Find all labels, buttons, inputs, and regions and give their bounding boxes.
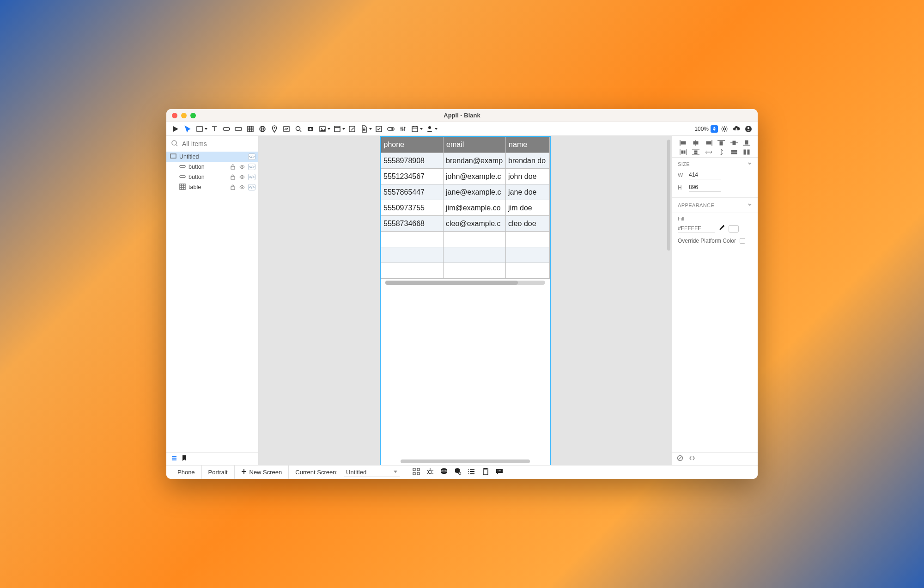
table-cell[interactable]: cleo doe [506,216,550,232]
canvas[interactable]: phone email name 5558978908brendan@examp… [259,136,672,465]
tree-item-table[interactable]: table </> [166,182,258,192]
table-cell[interactable]: 5558978908 [381,153,444,169]
sidebar-search-input[interactable] [182,140,263,147]
table-cell[interactable]: 5558734668 [381,216,444,232]
clipboard-icon[interactable] [482,468,489,477]
map-pin-icon[interactable] [269,123,280,135]
table-row[interactable] [381,263,550,279]
tree-item-button[interactable]: button </> [166,162,258,172]
table-cell[interactable]: 5550973755 [381,200,444,216]
rectangle-tool[interactable] [194,123,205,135]
fill-input[interactable] [678,224,715,233]
code-icon[interactable] [689,455,695,463]
table-cell[interactable]: jim doe [506,200,550,216]
image-icon[interactable] [317,123,328,135]
col-header-phone[interactable]: phone [381,137,444,153]
table-cell[interactable]: brendan do [506,153,550,169]
close-window-button[interactable] [172,113,177,118]
current-screen-control[interactable]: Current Screen: Untitled [289,466,406,479]
spacing-v-icon[interactable] [717,149,725,155]
search-icon[interactable] [293,123,304,135]
zoom-stepper-icon[interactable] [711,125,718,133]
lock-open-icon[interactable] [230,164,236,170]
distribute-h-icon[interactable] [679,149,687,155]
size-section-header[interactable]: SIZE [672,158,758,169]
input-widget[interactable] [233,123,244,135]
table-cell[interactable]: 5551234567 [381,169,444,184]
table-cell[interactable]: 5557865447 [381,184,444,200]
table-row[interactable]: 5558734668cleo@example.ccleo doe [381,216,550,232]
calendar-caret-icon[interactable] [419,125,423,132]
account-icon[interactable] [743,123,754,135]
eyedropper-icon[interactable] [718,225,725,233]
eye-icon[interactable] [239,184,245,190]
database-search-icon[interactable] [454,468,462,477]
document-icon[interactable] [359,123,370,135]
sliders-icon[interactable] [397,123,408,135]
distribute-v-icon[interactable] [692,149,700,155]
code-badge-icon[interactable]: </> [248,153,255,160]
lock-open-icon[interactable] [230,184,236,190]
debug-icon[interactable] [426,468,434,477]
grid-icon[interactable] [413,468,420,477]
eye-icon[interactable] [239,174,245,180]
document-caret-icon[interactable] [369,125,372,132]
eye-icon[interactable] [239,164,245,170]
tree-item-button[interactable]: button </> [166,172,258,182]
table-cell[interactable] [506,263,550,279]
align-hcenter-icon[interactable] [692,140,700,146]
rectangle-tool-caret-icon[interactable] [204,125,208,132]
table-cell[interactable] [444,232,506,247]
table-cell[interactable] [506,232,550,247]
globe-icon[interactable] [257,123,268,135]
table-cell[interactable]: brendan@examp [444,153,506,169]
table-cell[interactable]: jane doe [506,184,550,200]
table-cell[interactable]: john doe [506,169,550,184]
list-view-icon[interactable] [171,455,177,463]
data-table[interactable]: phone email name 5558978908brendan@examp… [381,137,550,279]
table-row[interactable] [381,232,550,247]
device-frame[interactable]: phone email name 5558978908brendan@examp… [380,136,551,465]
table-cell[interactable] [506,247,550,263]
form-icon[interactable] [332,123,343,135]
code-badge-icon[interactable]: </> [248,184,255,190]
user-caret-icon[interactable] [434,125,438,132]
table-cell[interactable]: jim@example.co [444,200,506,216]
table-cell[interactable]: cleo@example.c [444,216,506,232]
col-header-email[interactable]: email [444,137,506,153]
appearance-section-header[interactable]: APPEARANCE [672,197,758,210]
orientation-selector[interactable]: Portrait [202,466,235,479]
table-cell[interactable] [381,232,444,247]
canvas-vertical-scrollbar[interactable] [667,140,670,251]
table-cell[interactable] [444,247,506,263]
not-allowed-icon[interactable] [677,455,683,463]
camera-icon[interactable] [305,123,316,135]
table-row[interactable]: 5558978908brendan@exampbrendan do [381,153,550,169]
code-badge-icon[interactable]: </> [248,164,255,170]
user-icon[interactable] [424,123,435,135]
table-row[interactable]: 5550973755jim@example.cojim doe [381,200,550,216]
sidebar-search[interactable] [166,136,258,152]
col-header-name[interactable]: name [506,137,550,153]
zoom-control[interactable]: 100% [694,125,718,133]
code-badge-icon[interactable]: </> [248,174,255,180]
width-input[interactable] [689,171,721,179]
table-cell[interactable] [444,263,506,279]
cloud-upload-icon[interactable] [731,123,742,135]
minimize-window-button[interactable] [181,113,187,118]
play-button[interactable] [170,123,181,135]
fill-swatch[interactable] [729,225,739,233]
settings-gear-icon[interactable] [719,123,730,135]
match-width-icon[interactable] [730,149,738,155]
edit-icon[interactable] [346,123,358,135]
current-screen-caret-icon[interactable] [393,469,398,476]
chat-icon[interactable] [496,468,503,477]
table-cell[interactable]: jane@example.c [444,184,506,200]
chart-icon[interactable] [281,123,292,135]
align-bottom-icon[interactable] [742,140,751,146]
align-top-icon[interactable] [717,140,725,146]
database-icon[interactable] [440,468,448,477]
align-right-icon[interactable] [705,140,713,146]
table-cell[interactable] [381,263,444,279]
table-row[interactable]: 5557865447jane@example.cjane doe [381,184,550,200]
